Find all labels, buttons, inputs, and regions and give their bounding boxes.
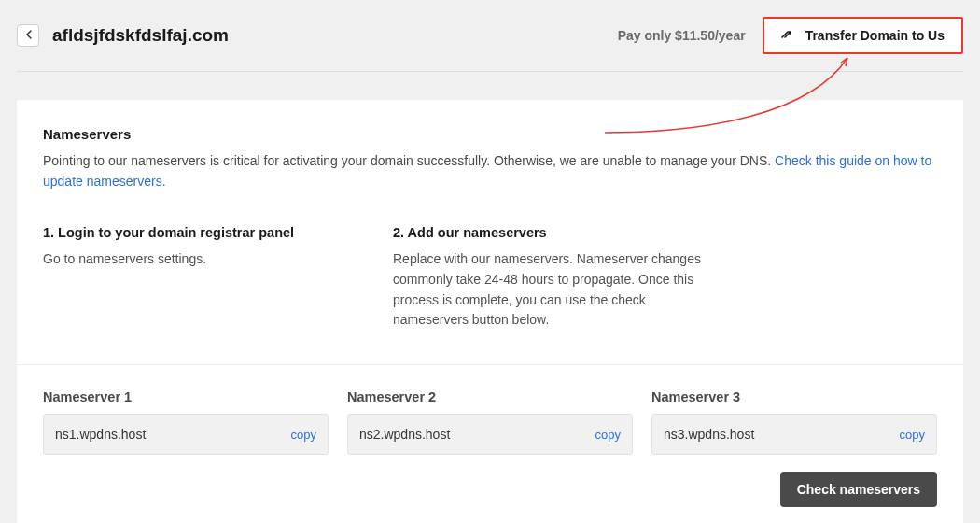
back-button[interactable]: [17, 24, 39, 47]
page-header: afldsjfdskfdslfaj.com Pay only $11.50/ye…: [17, 17, 963, 71]
nameserver-3-col: Nameserver 3 ns3.wpdns.host copy: [651, 389, 937, 455]
chevron-left-icon: [25, 29, 32, 42]
step-1-title: 1. Login to your domain registrar panel: [43, 225, 356, 240]
price-label: Pay only $11.50/year: [618, 28, 746, 43]
nameserver-2-copy[interactable]: copy: [595, 428, 621, 442]
nameserver-1-col: Nameserver 1 ns1.wpdns.host copy: [43, 389, 329, 455]
step-1-body: Go to nameservers settings.: [43, 249, 356, 270]
nameserver-1-field: ns1.wpdns.host copy: [43, 414, 329, 455]
transfer-icon: [781, 28, 796, 43]
nameserver-2-value: ns2.wpdns.host: [359, 427, 450, 442]
nameserver-1-value: ns1.wpdns.host: [55, 427, 146, 442]
header-divider: [17, 71, 963, 72]
nameserver-1-label: Nameserver 1: [43, 389, 329, 404]
nameserver-1-copy[interactable]: copy: [291, 428, 316, 442]
step-2-body: Replace with our nameservers. Nameserver…: [393, 249, 710, 331]
nameservers-description: Pointing to our nameservers is critical …: [43, 151, 937, 191]
nameservers-title: Nameservers: [43, 126, 937, 142]
step-2-title: 2. Add our nameservers: [393, 225, 710, 240]
nameserver-2-field: ns2.wpdns.host copy: [347, 414, 633, 455]
nameserver-2-label: Nameserver 2: [347, 389, 633, 404]
nameserver-3-value: ns3.wpdns.host: [664, 427, 754, 442]
nameserver-2-col: Nameserver 2 ns2.wpdns.host copy: [347, 389, 633, 455]
nameserver-3-field: ns3.wpdns.host copy: [651, 414, 937, 455]
nameserver-3-copy[interactable]: copy: [900, 428, 925, 442]
nameservers-card: Nameservers Pointing to our nameservers …: [17, 100, 963, 523]
transfer-domain-label: Transfer Domain to Us: [805, 28, 945, 43]
transfer-domain-button[interactable]: Transfer Domain to Us: [763, 17, 963, 54]
check-nameservers-button[interactable]: Check nameservers: [780, 472, 937, 507]
section-divider: [17, 364, 963, 365]
nameserver-3-label: Nameserver 3: [651, 389, 937, 404]
steps-row: 1. Login to your domain registrar panel …: [43, 225, 937, 331]
domain-title: afldsjfdskfdslfaj.com: [52, 25, 229, 46]
nameservers-description-text: Pointing to our nameservers is critical …: [43, 153, 775, 168]
step-1: 1. Login to your domain registrar panel …: [43, 225, 356, 331]
nameserver-row: Nameserver 1 ns1.wpdns.host copy Nameser…: [43, 389, 937, 455]
step-2: 2. Add our nameservers Replace with our …: [393, 225, 710, 331]
